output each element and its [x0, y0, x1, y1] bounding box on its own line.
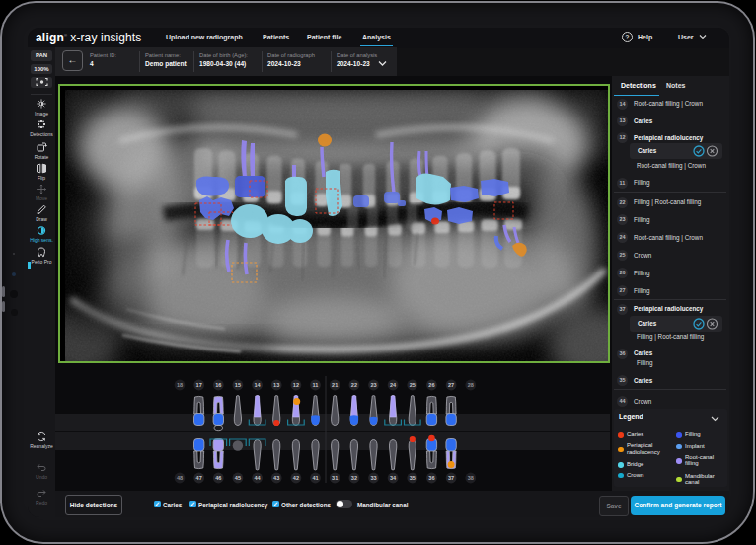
svg-text:33: 33 [370, 475, 376, 481]
svg-text:26: 26 [428, 382, 434, 388]
svg-text:35: 35 [410, 475, 416, 481]
svg-text:31: 31 [332, 475, 338, 481]
svg-text:45: 45 [235, 475, 241, 481]
svg-text:11: 11 [313, 382, 319, 388]
svg-text:16: 16 [215, 382, 221, 388]
svg-text:21: 21 [332, 382, 338, 388]
svg-text:17: 17 [196, 382, 202, 388]
svg-text:44: 44 [254, 475, 261, 481]
svg-text:32: 32 [351, 475, 357, 481]
svg-text:27: 27 [448, 382, 454, 388]
svg-text:24: 24 [390, 382, 397, 388]
svg-text:12: 12 [293, 382, 299, 388]
svg-text:37: 37 [448, 475, 454, 481]
svg-text:13: 13 [273, 382, 279, 388]
svg-text:47: 47 [196, 475, 202, 481]
svg-text:36: 36 [428, 475, 434, 481]
svg-text:34: 34 [390, 475, 397, 481]
svg-text:38: 38 [468, 475, 474, 481]
svg-text:46: 46 [215, 475, 221, 481]
svg-text:25: 25 [410, 382, 416, 388]
svg-text:48: 48 [177, 475, 183, 481]
svg-text:18: 18 [177, 382, 183, 388]
svg-text:22: 22 [351, 382, 357, 388]
svg-text:14: 14 [254, 382, 261, 388]
svg-text:15: 15 [235, 382, 241, 388]
svg-text:41: 41 [312, 475, 318, 481]
svg-text:23: 23 [370, 382, 376, 388]
svg-text:42: 42 [293, 475, 299, 481]
svg-text:28: 28 [468, 382, 474, 388]
svg-text:43: 43 [273, 475, 279, 481]
